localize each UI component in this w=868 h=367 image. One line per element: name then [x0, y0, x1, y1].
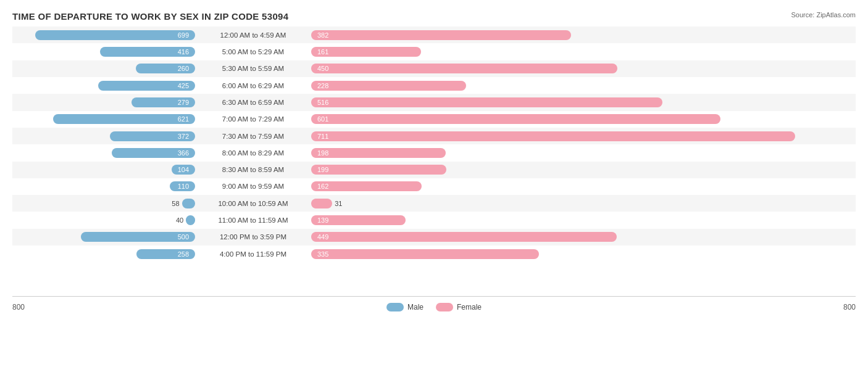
female-bar: 335: [311, 249, 539, 259]
left-section: 58: [12, 195, 198, 212]
bar-row: 425 6:00 AM to 6:29 AM 228: [12, 77, 856, 94]
time-label: 7:00 AM to 7:29 AM: [198, 115, 309, 123]
bar-row: 279 6:30 AM to 6:59 AM 516: [12, 94, 856, 110]
male-value-inside: 416: [174, 48, 193, 56]
axis-label-left: 800: [12, 303, 25, 311]
left-bar-wrap: 372: [12, 128, 195, 144]
female-value-inside: 228: [314, 82, 332, 89]
male-bar: 260: [136, 64, 195, 73]
time-label: 5:00 AM to 5:29 AM: [198, 48, 309, 56]
left-section: 372: [12, 128, 198, 144]
female-value-inside: 711: [314, 133, 332, 140]
bar-row: 699 12:00 AM to 4:59 AM 382: [12, 27, 856, 43]
female-bar: 198: [311, 148, 446, 158]
male-bar: 425: [98, 81, 195, 91]
bar-row: 260 5:30 AM to 5:59 AM 450: [12, 60, 856, 77]
right-section: 382: [309, 27, 856, 43]
legend: Male Female: [386, 303, 482, 311]
legend-male-label: Male: [407, 303, 424, 311]
male-bar: 500: [81, 232, 195, 242]
chart-container: TIME OF DEPARTURE TO WORK BY SEX IN ZIP …: [0, 0, 868, 367]
female-bar: 382: [311, 30, 571, 40]
bar-row: 416 5:00 AM to 5:29 AM 161: [12, 43, 856, 60]
chart-title: TIME OF DEPARTURE TO WORK BY SEX IN ZIP …: [12, 11, 856, 22]
time-label: 10:00 AM to 10:59 AM: [198, 200, 309, 207]
female-value-inside: 161: [314, 48, 332, 56]
time-label: 12:00 PM to 3:59 PM: [198, 233, 309, 241]
left-section: 425: [12, 77, 198, 94]
left-section: 258: [12, 245, 198, 262]
time-label: 6:30 AM to 6:59 AM: [198, 99, 309, 106]
right-section: 161: [309, 43, 856, 60]
bar-row: 621 7:00 AM to 7:29 AM 601: [12, 111, 856, 128]
left-section: 366: [12, 144, 198, 161]
right-bar-wrap: 711: [311, 128, 856, 144]
left-bar-wrap: 104: [12, 162, 195, 178]
bar-row: 40 11:00 AM to 11:59 AM 139: [12, 212, 856, 228]
right-section: 711: [309, 128, 856, 144]
female-bar: 449: [311, 232, 617, 242]
left-section: 416: [12, 43, 198, 60]
chart-area: 699 12:00 AM to 4:59 AM 382 416: [12, 27, 856, 315]
male-bar: 416: [100, 47, 195, 57]
female-value-inside: 198: [314, 149, 332, 157]
time-label: 8:00 AM to 8:29 AM: [198, 149, 309, 157]
female-value-inside: 601: [314, 115, 332, 123]
time-label: 4:00 PM to 11:59 PM: [198, 250, 309, 258]
right-section: 335: [309, 245, 856, 262]
male-value-inside: 372: [174, 133, 193, 140]
left-bar-wrap: 500: [12, 229, 195, 245]
left-bar-wrap: 416: [12, 43, 195, 60]
left-bar-wrap: 366: [12, 144, 195, 161]
right-bar-wrap: 31: [311, 195, 856, 212]
legend-female-box: [436, 303, 453, 311]
time-label: 8:30 AM to 8:59 AM: [198, 166, 309, 173]
bar-row: 58 10:00 AM to 10:59 AM 31: [12, 195, 856, 212]
left-section: 110: [12, 178, 198, 195]
left-bar-wrap: 260: [12, 60, 195, 77]
right-section: 228: [309, 77, 856, 94]
right-section: 31: [309, 195, 856, 212]
legend-female-label: Female: [457, 303, 482, 311]
male-value-inside: 110: [174, 183, 193, 190]
male-value-inside: 279: [174, 99, 193, 106]
left-section: 279: [12, 94, 198, 110]
left-bar-wrap: 58: [12, 195, 195, 212]
male-value-inside: 260: [174, 65, 193, 72]
left-bar-wrap: 699: [12, 27, 195, 43]
right-bar-wrap: 198: [311, 144, 856, 161]
male-bar: 110: [170, 181, 195, 191]
left-section: 40: [12, 212, 198, 228]
male-bar: 258: [136, 249, 195, 259]
left-section: 260: [12, 60, 198, 77]
male-value-inside: 104: [174, 166, 193, 173]
female-value-outside: 31: [335, 200, 353, 207]
male-bar: 699: [35, 30, 195, 40]
male-bar: [182, 199, 195, 208]
left-bar-wrap: 279: [12, 94, 195, 110]
female-bar: 161: [311, 47, 421, 57]
right-bar-wrap: 449: [311, 229, 856, 245]
male-value-inside: 366: [174, 149, 193, 157]
bar-row: 366 8:00 AM to 8:29 AM 198: [12, 144, 856, 161]
female-bar: 450: [311, 64, 617, 73]
female-value-inside: 199: [314, 166, 332, 173]
left-section: 621: [12, 111, 198, 128]
left-section: 699: [12, 27, 198, 43]
right-section: 516: [309, 94, 856, 110]
female-value-inside: 450: [314, 65, 332, 72]
bar-row: 104 8:30 AM to 8:59 AM 199: [12, 162, 856, 178]
female-bar: 711: [311, 131, 795, 141]
footer: 800 Male Female 800: [12, 299, 856, 315]
axis-line: [12, 296, 856, 297]
right-section: 198: [309, 144, 856, 161]
legend-male: Male: [386, 303, 424, 311]
right-section: 199: [309, 162, 856, 178]
female-value-inside: 139: [314, 216, 332, 224]
bar-row: 372 7:30 AM to 7:59 AM 711: [12, 128, 856, 144]
female-value-inside: 162: [314, 183, 332, 190]
rows-container: 699 12:00 AM to 4:59 AM 382 416: [12, 27, 856, 296]
female-bar: 516: [311, 97, 662, 107]
female-bar: 162: [311, 181, 422, 191]
male-value-outside: 40: [165, 216, 183, 224]
